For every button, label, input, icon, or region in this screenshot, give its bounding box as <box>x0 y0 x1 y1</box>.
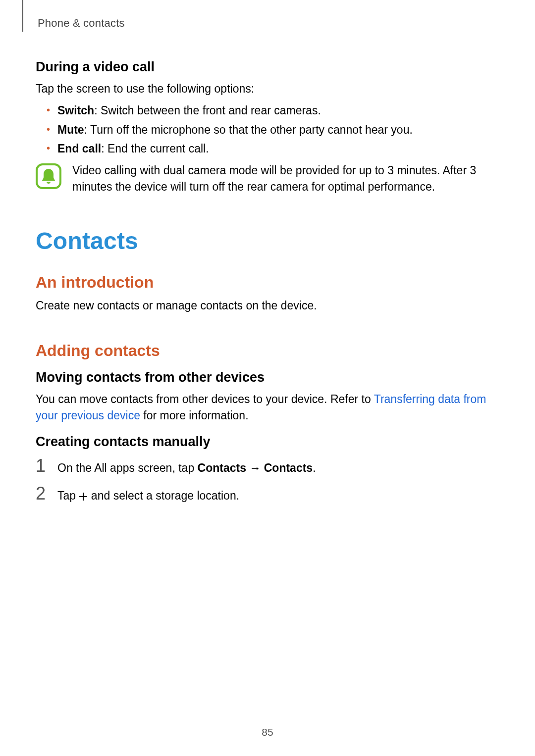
list-item: End call: End the current call. <box>36 140 499 157</box>
step-number: 2 <box>36 483 51 504</box>
page-content: Phone & contacts During a video call Tap… <box>0 0 535 756</box>
heading-an-introduction: An introduction <box>36 273 499 292</box>
step-row: 1 On the All apps screen, tap Contacts →… <box>36 455 499 476</box>
step-text: Tap and select a storage location. <box>57 488 239 504</box>
intro-text: Create new contacts or manage contacts o… <box>36 298 499 314</box>
text-segment: Tap <box>57 489 79 502</box>
heading-creating-manually: Creating contacts manually <box>36 434 499 450</box>
step-number: 1 <box>36 455 51 476</box>
option-desc: : End the current call. <box>101 142 209 155</box>
arrow-text: → <box>246 461 264 474</box>
list-item: Mute: Turn off the microphone so that th… <box>36 121 499 139</box>
ui-path-bold: Contacts <box>264 461 313 474</box>
moving-contacts-text: You can move contacts from other devices… <box>36 391 499 424</box>
text-segment: and select a storage location. <box>88 489 239 502</box>
list-item: Switch: Switch between the front and rea… <box>36 102 499 119</box>
step-text: On the All apps screen, tap Contacts → C… <box>57 460 316 476</box>
text-segment: On the All apps screen, tap <box>57 461 198 474</box>
video-call-options-list: Switch: Switch between the front and rea… <box>36 102 499 157</box>
note-text: Video calling with dual camera mode will… <box>72 162 499 196</box>
text-segment: . <box>313 461 316 474</box>
heading-during-video-call: During a video call <box>36 59 499 75</box>
note-bell-icon <box>36 163 61 189</box>
option-label: Switch <box>57 104 94 117</box>
option-desc: : Turn off the microphone so that the ot… <box>84 123 413 136</box>
step-row: 2 Tap and select a storage location. <box>36 483 499 504</box>
ui-path-bold: Contacts <box>198 461 246 474</box>
plus-icon <box>79 489 88 502</box>
heading-adding-contacts: Adding contacts <box>36 342 499 360</box>
page-number: 85 <box>0 726 535 738</box>
option-label: Mute <box>57 123 84 136</box>
breadcrumb: Phone & contacts <box>36 17 499 30</box>
text-segment: for more information. <box>140 409 249 422</box>
heading-contacts: Contacts <box>36 227 499 254</box>
option-desc: : Switch between the front and rear came… <box>94 104 321 117</box>
heading-moving-contacts: Moving contacts from other devices <box>36 370 499 385</box>
text-segment: You can move contacts from other devices… <box>36 393 374 405</box>
video-call-intro: Tap the screen to use the following opti… <box>36 81 499 97</box>
note-block: Video calling with dual camera mode will… <box>36 162 499 196</box>
option-label: End call <box>57 142 101 155</box>
